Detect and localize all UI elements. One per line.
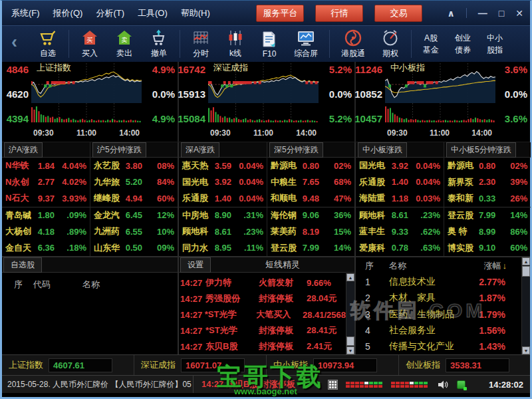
scrollbar-thumb[interactable] (522, 266, 530, 277)
quote-row[interactable]: 黔源电0.8002% (267, 158, 354, 174)
scroll-down-icon[interactable]: ▼ (346, 346, 354, 354)
quote-row[interactable]: N华铁1.844.04% (2, 158, 90, 174)
quote-row[interactable]: 黔源电0.8002% (444, 158, 531, 174)
quote-row[interactable]: 大杨创4.18.89% (2, 223, 90, 240)
quote-row[interactable]: 乐通股1.400.04% (179, 190, 267, 207)
toolbar-composite-screen[interactable]: 综合屏 (294, 29, 318, 59)
quote-row[interactable]: 蓝丰生9.33.62% (356, 223, 444, 240)
quote-row[interactable]: 泰和新0.3326% (444, 190, 531, 207)
sector-row[interactable]: 2木材、家具1.87% (356, 290, 521, 306)
quote-row[interactable]: 海伦钢9.0636% (267, 207, 354, 224)
quote-row[interactable]: 和顺电9.4847% (267, 190, 354, 207)
scroll-up-icon[interactable]: ▲ (346, 273, 354, 281)
quote-row[interactable]: 继峰股4.9460% (90, 190, 178, 207)
speaker-icon[interactable] (438, 380, 449, 390)
toolbar-a-share-fund[interactable]: A股基金 (423, 32, 439, 56)
menu-item-4[interactable]: 工具(O) (138, 7, 168, 19)
alert-row[interactable]: 14:27*ST光学大笔买入28.41/2568 (179, 307, 346, 323)
toolbar-intraday[interactable]: 分时 (192, 29, 210, 59)
quote-row[interactable]: 莱美药8.1915% (267, 223, 354, 240)
quote-row[interactable]: 国光电3.920.04% (179, 174, 267, 191)
index-chart-panel-1[interactable]: 484646204394上证指数4.9%0.0%4.9%09:3011:0014… (2, 62, 179, 142)
quote-header-tab[interactable]: 沪A涨跌 (4, 142, 43, 158)
scroll-down-icon[interactable]: ▼ (522, 346, 530, 354)
quote-row[interactable]: N石大9.373.93% (2, 190, 90, 207)
scroll-up-icon[interactable]: ▲ (522, 257, 530, 265)
quote-row[interactable]: 金龙汽6.4512% (90, 207, 178, 224)
tab-settings[interactable]: 设置 (180, 257, 211, 273)
alerts-scrollbar[interactable]: ▲ ▼ (346, 273, 354, 354)
collapse-button[interactable]: ∧ (447, 9, 454, 18)
index-chart-panel-3[interactable]: 112461085210457中小板指3.6%0.0%3.6%09:3011:0… (356, 62, 530, 142)
quote-row[interactable]: N永创2.774.02% (2, 174, 90, 191)
quote-row[interactable]: 国光电3.920.04% (356, 158, 444, 174)
menu-item-3[interactable]: 分析(T) (96, 7, 124, 19)
menu-item-5[interactable]: 帮助(H) (181, 7, 210, 19)
sector-row[interactable]: 4社会服务业1.56% (356, 323, 521, 338)
alert-row[interactable]: 14:27伊力特火箭发射9.66% (179, 275, 346, 291)
close-button[interactable]: ✕ (515, 9, 523, 18)
menu-item-1[interactable]: 系统(F) (11, 7, 40, 19)
toolbar-options[interactable]: 期权 (381, 29, 400, 59)
quote-header-tab[interactable]: 深5分钟涨跌 (269, 142, 323, 158)
index-summary-item[interactable]: 深证成指16071.07 (134, 355, 267, 375)
toolbar-sell[interactable]: 卖卖出 (115, 29, 134, 59)
scrollbar-thumb[interactable] (346, 336, 354, 346)
minimize-button[interactable]: — (478, 9, 487, 18)
index-summary-item[interactable]: 创业板指3538.31 (399, 355, 530, 375)
sector-header-change[interactable]: 涨幅 (484, 260, 501, 272)
quote-row[interactable]: 顾地科8.61.23% (356, 207, 444, 224)
toolbar-watchlist[interactable]: 自选 (39, 29, 57, 59)
tab-watchlist[interactable]: 自选股 (3, 257, 42, 273)
trade-button[interactable]: 交易 (374, 5, 422, 22)
grid-view-icon[interactable] (328, 380, 338, 390)
quote-row[interactable]: 九华旅5.2084% (90, 174, 178, 191)
quote-row[interactable]: 金自天6.36.18% (2, 240, 90, 257)
service-platform-button[interactable]: 服务平台 (256, 5, 304, 22)
quotes-button[interactable]: 行情 (315, 5, 363, 22)
quote-row[interactable]: 惠天热3.590.04% (179, 158, 267, 174)
toolbar-hk-connect[interactable]: 港股通 (341, 29, 365, 59)
toolbar-cancel-order[interactable]: 撤单 (150, 29, 168, 59)
quote-row[interactable]: 登云股7.9914% (444, 207, 531, 224)
toolbar-sme-index[interactable]: 中小股指 (487, 32, 503, 56)
quote-row[interactable]: 中粮生7.6568% (267, 174, 354, 191)
index-summary-item[interactable]: 中小板指10973.94 (267, 355, 399, 375)
quote-row[interactable]: 同力水8.95.11% (179, 240, 267, 257)
toolbar-buy[interactable]: 买买入 (80, 29, 99, 59)
menu-item-2[interactable]: 报价(Q) (53, 7, 83, 19)
sector-row[interactable]: 1信息技术业2.77% (356, 274, 521, 290)
quote-row[interactable]: 登云股7.9914% (267, 240, 354, 257)
quote-row[interactable]: 青岛碱1.80.09% (2, 207, 90, 224)
alert-row[interactable]: 14:27秀强股份封涨停板28.04元 (179, 291, 346, 307)
toolbar-kline[interactable]: k线 (226, 29, 245, 59)
quote-row[interactable]: 新界泵2.3039% (444, 174, 531, 191)
sector-row[interactable]: 3医药、生物制品1.79% (356, 306, 521, 322)
index-chart-panel-2[interactable]: 167421591315084深证成指5.2%0.0%5.2%09:3011:0… (179, 62, 356, 142)
quote-header-tab[interactable]: 沪5分钟涨跌 (92, 142, 146, 158)
toolbar-f10[interactable]: F10 (261, 30, 278, 59)
quote-header-tab[interactable]: 中小板5分钟涨跌 (446, 142, 516, 158)
quote-row[interactable]: 博实股9.1060% (444, 240, 531, 257)
quote-header-tab[interactable]: 深A涨跌 (181, 142, 219, 158)
quote-row[interactable]: 中房地8.90.31% (179, 207, 267, 224)
quote-row[interactable]: 乐通股1.400.04% (356, 174, 444, 191)
toolbar-chinext-bond[interactable]: 创业债券 (455, 32, 471, 56)
quote-row[interactable]: 海陆重1.180.03% (356, 190, 444, 207)
maximize-button[interactable]: □ (499, 9, 504, 18)
quote-row[interactable]: 山东华0.5009% (90, 240, 178, 257)
quote-header-tab[interactable]: 中小板涨跌 (358, 142, 407, 158)
network-status-icon[interactable] (457, 380, 466, 389)
alert-row[interactable]: 14:27*ST光学封涨停板28.41元 (179, 323, 346, 338)
back-icon[interactable]: ‹ (11, 32, 17, 53)
quote-row[interactable]: 永艺股3.8008% (90, 158, 178, 174)
quote-row[interactable]: 爱康科0.78.63% (356, 240, 444, 257)
alert-row[interactable]: 14:27东贝B股封涨停板2.41元 (179, 338, 346, 354)
quote-row[interactable]: 九洲药6.5510% (90, 223, 178, 240)
quote-row[interactable]: 顾地科8.61.23% (179, 223, 267, 240)
quote-row[interactable]: 奥 特8.9986% (444, 223, 531, 240)
sort-desc-icon[interactable]: ↓ (503, 261, 507, 271)
sector-scrollbar[interactable]: ▲ ▼ (521, 257, 530, 354)
sector-row[interactable]: 5传播与文化产业1.43% (356, 338, 521, 354)
index-summary-item[interactable]: 上证指数4607.61 (2, 355, 134, 375)
